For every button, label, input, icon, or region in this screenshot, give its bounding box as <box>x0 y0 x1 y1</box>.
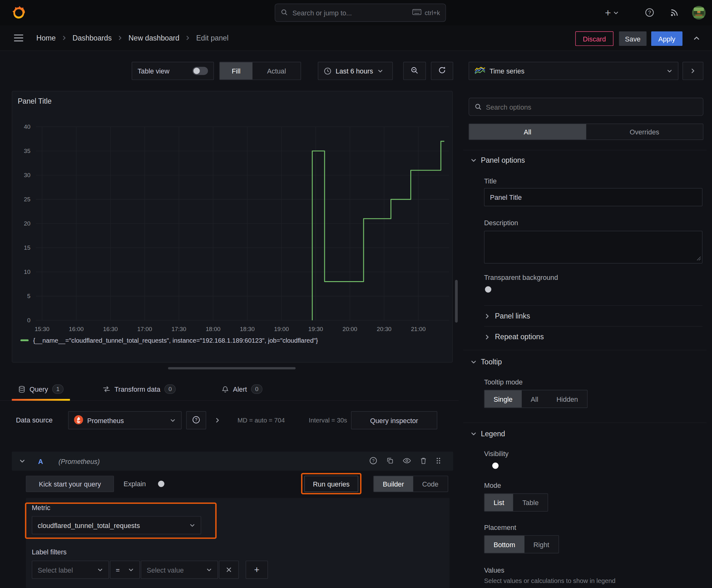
eye-icon[interactable] <box>403 457 411 465</box>
breadcrumb-current: Edit panel <box>196 34 229 42</box>
builder-option[interactable]: Builder <box>373 476 413 491</box>
datasource-picker[interactable]: Prometheus <box>68 411 182 429</box>
run-queries-button[interactable]: Run queries <box>304 476 358 492</box>
chevron-up-icon[interactable] <box>693 35 700 42</box>
svg-text:20:30: 20:30 <box>377 326 391 332</box>
legend-placement-bottom[interactable]: Bottom <box>484 536 524 553</box>
breadcrumb-new-dashboard[interactable]: New dashboard <box>128 34 179 42</box>
panel-title[interactable]: Panel Title <box>18 97 51 106</box>
chevron-down-icon <box>471 359 477 365</box>
vertical-scrollbar[interactable] <box>455 280 458 322</box>
tooltip-single-option[interactable]: Single <box>484 390 521 407</box>
query-row-header[interactable]: A (Prometheus) ? <box>12 452 453 471</box>
tab-alert[interactable]: Alert 0 <box>215 378 269 400</box>
remove-filter-button[interactable] <box>219 561 239 579</box>
search-placeholder: Search or jump to... <box>293 9 408 17</box>
options-search-input[interactable] <box>486 103 697 111</box>
transparent-background-label: Transparent background <box>484 274 558 281</box>
transform-icon <box>103 386 110 393</box>
code-option[interactable]: Code <box>413 476 448 491</box>
tab-query[interactable]: Query 1 <box>12 378 70 400</box>
search-icon <box>281 8 288 17</box>
table-view-toggle-control[interactable]: Table view <box>132 62 214 80</box>
svg-text:5: 5 <box>27 293 30 299</box>
news-icon[interactable] <box>670 8 679 17</box>
collapse-options-pane-button[interactable] <box>683 62 704 80</box>
table-view-toggle[interactable] <box>192 67 208 75</box>
time-range-picker[interactable]: Last 6 hours <box>318 62 393 80</box>
legend-mode-switch: List Table <box>484 493 548 512</box>
tab-transform-data[interactable]: Transform data 0 <box>96 378 182 400</box>
legend-placement-right[interactable]: Right <box>524 536 559 553</box>
options-tab-all[interactable]: All <box>469 124 586 140</box>
chevron-down-icon <box>128 567 134 573</box>
save-button[interactable]: Save <box>619 31 646 46</box>
legend-section-header[interactable]: Legend <box>471 430 505 438</box>
help-icon[interactable]: ? <box>645 8 654 17</box>
kick-start-query-button[interactable]: Kick start your query <box>26 476 114 492</box>
description-field-wrap <box>484 231 703 264</box>
legend-swatch <box>20 339 28 341</box>
query-inspector-button[interactable]: Query inspector <box>351 411 437 429</box>
select-value-dropdown[interactable]: Select value <box>141 561 218 579</box>
trash-icon[interactable] <box>420 457 427 465</box>
panel-title-input[interactable] <box>484 188 703 206</box>
operator-dropdown[interactable]: = <box>110 561 140 579</box>
grafana-logo[interactable] <box>11 5 26 22</box>
options-tab-overrides[interactable]: Overrides <box>586 124 703 140</box>
visualization-picker[interactable]: Time series <box>469 62 678 80</box>
tooltip-mode-switch: Single All Hidden <box>484 390 588 408</box>
add-filter-button[interactable]: + <box>246 561 268 579</box>
svg-text:?: ? <box>195 417 197 422</box>
breadcrumb-home[interactable]: Home <box>37 34 56 42</box>
table-view-label: Table view <box>137 67 169 75</box>
panel-links-label: Panel links <box>495 312 530 320</box>
datasource-help-button[interactable]: ? <box>186 411 206 429</box>
breadcrumb-bar: Home Dashboards New dashboard Edit panel… <box>0 25 712 51</box>
timeseries-chart[interactable]: 051015202530354015:3016:0016:3017:0017:3… <box>12 112 453 339</box>
legend-placement-label: Placement <box>484 523 516 531</box>
select-label-dropdown[interactable]: Select label <box>32 561 109 579</box>
panel-links-section[interactable]: Panel links <box>484 305 703 327</box>
tooltip-all-option[interactable]: All <box>522 390 547 407</box>
tooltip-section-header[interactable]: Tooltip <box>471 358 502 366</box>
actual-option[interactable]: Actual <box>253 62 300 80</box>
repeat-options-section[interactable]: Repeat options <box>484 327 703 348</box>
query-options-expand-icon[interactable] <box>214 417 221 423</box>
tab-transform-count: 0 <box>165 384 176 394</box>
operator-value: = <box>116 566 124 574</box>
title-label: Title <box>484 177 497 185</box>
apply-button[interactable]: Apply <box>651 31 683 46</box>
discard-button[interactable]: Discard <box>576 31 614 46</box>
duplicate-query-icon[interactable] <box>386 457 394 465</box>
panel-options-section-header[interactable]: Panel options <box>471 156 525 165</box>
description-textarea[interactable] <box>484 231 703 264</box>
svg-text:21:00: 21:00 <box>411 326 426 332</box>
svg-text:0: 0 <box>27 317 30 323</box>
refresh-button[interactable] <box>431 62 453 80</box>
timeseries-icon <box>475 67 486 75</box>
legend-mode-label: Mode <box>484 482 501 489</box>
breadcrumb-dashboards[interactable]: Dashboards <box>72 34 112 42</box>
chart-legend[interactable]: {__name__="cloudflared_tunnel_total_requ… <box>20 337 318 344</box>
global-search[interactable]: Search or jump to... ctrl+k <box>275 4 446 22</box>
options-search[interactable] <box>469 98 704 116</box>
metric-select[interactable]: cloudflared_tunnel_total_requests <box>32 516 201 534</box>
legend-mode-list[interactable]: List <box>484 494 513 511</box>
drag-handle-icon[interactable] <box>436 457 440 465</box>
time-range-label: Last 6 hours <box>336 67 373 75</box>
divider <box>463 150 706 150</box>
legend-mode-table[interactable]: Table <box>513 494 548 511</box>
user-avatar[interactable] <box>692 6 706 19</box>
panel-resize-handle[interactable] <box>168 367 296 370</box>
zoom-out-button[interactable] <box>403 62 426 80</box>
help-icon[interactable]: ? <box>369 456 377 466</box>
help-icon: ? <box>192 416 200 425</box>
add-menu-button[interactable]: + <box>605 4 619 22</box>
chevron-down-icon[interactable] <box>19 458 25 464</box>
tooltip-hidden-option[interactable]: Hidden <box>547 390 587 407</box>
resize-handle-icon[interactable] <box>697 254 701 262</box>
fill-option[interactable]: Fill <box>220 62 253 80</box>
legend-series-label[interactable]: {__name__="cloudflared_tunnel_total_requ… <box>33 337 318 344</box>
menu-toggle-icon[interactable] <box>14 34 24 42</box>
